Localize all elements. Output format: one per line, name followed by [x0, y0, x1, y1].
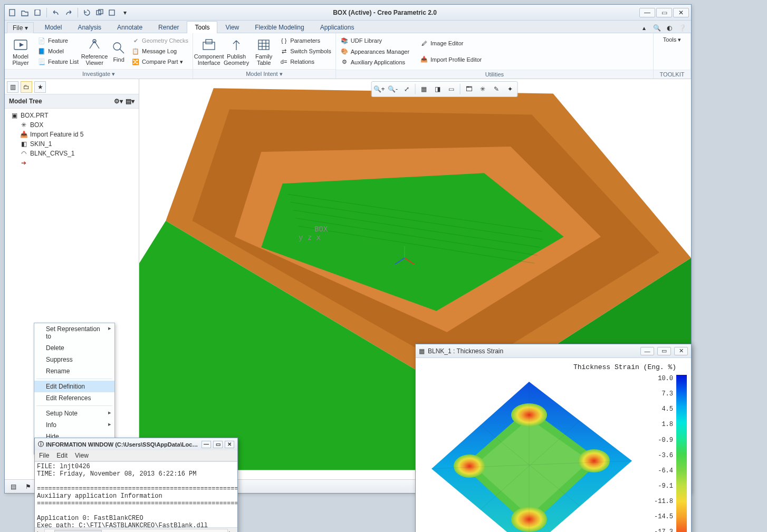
context-item-rename[interactable]: Rename	[34, 365, 114, 377]
strain-maximize[interactable]: ▭	[657, 347, 671, 355]
tree-item-import-feature[interactable]: 📥Import Feature id 5	[9, 130, 137, 139]
context-item-set-representation-to[interactable]: Set Representation to	[34, 323, 114, 342]
svg-marker-7	[20, 43, 24, 47]
relations-button[interactable]: d=Relations	[277, 56, 333, 67]
family-table-button[interactable]: Family Table	[250, 35, 277, 67]
spin-center-icon[interactable]: ✦	[504, 83, 516, 95]
title-bar: ▾ BOX (Active) - Creo Parametric 2.0 — ▭…	[5, 5, 691, 21]
search-command-icon[interactable]: 🔍	[652, 23, 661, 33]
find-button[interactable]: Find	[108, 35, 129, 67]
tree-show-icon[interactable]: ▤▾	[125, 96, 135, 106]
message-area-icon[interactable]: ▤	[8, 481, 18, 492]
info-menu-view[interactable]: View	[75, 452, 89, 459]
context-item-setup-note[interactable]: Setup Note	[34, 408, 114, 419]
undo-icon[interactable]	[51, 7, 61, 18]
nav-tab-folder-icon[interactable]: 🗀	[21, 81, 32, 93]
info-window-hscroll[interactable]: ◂ ▸	[35, 527, 237, 532]
context-item-edit-references[interactable]: Edit References	[34, 392, 114, 404]
thickness-strain-dialog: ▦ BLNK_1 : Thickness Strain — ▭ ✕ Thickn…	[415, 344, 692, 532]
window-controls: — ▭ ✕	[639, 8, 689, 17]
model-player-button[interactable]: Model Player	[7, 35, 34, 67]
open-icon[interactable]	[20, 7, 30, 18]
parameters-button[interactable]: { }Parameters	[277, 35, 333, 46]
legend-tick: -17.3	[641, 528, 673, 532]
tab-flexible-modeling[interactable]: Flexible Modeling	[247, 21, 312, 33]
auxiliary-apps-button[interactable]: ⚙Auxiliary Applications	[338, 57, 411, 67]
toolkit-tools-button[interactable]: Tools ▾	[661, 35, 684, 44]
zoom-out-icon[interactable]: 🔍-	[387, 83, 399, 95]
context-item-info[interactable]: Info	[34, 419, 114, 431]
import-profile-editor-button[interactable]: 📥Import Profile Editor	[418, 54, 484, 65]
tab-render[interactable]: Render	[150, 21, 187, 33]
zoom-fit-icon[interactable]: ⤢	[400, 83, 413, 95]
reference-viewer-button[interactable]: Reference Viewer	[81, 35, 108, 67]
tab-view[interactable]: View	[217, 21, 247, 33]
nav-tab-favorites-icon[interactable]: ★	[34, 81, 46, 93]
new-icon[interactable]	[7, 7, 17, 18]
component-interface-button[interactable]: Component Interface	[195, 35, 223, 67]
publish-geometry-button[interactable]: Publish Geometry	[223, 35, 250, 67]
learning-icon[interactable]: ◐	[665, 23, 674, 33]
tree-item-csys[interactable]: ✳BOX	[9, 120, 137, 130]
feature-info-button[interactable]: 📄Feature	[35, 35, 81, 46]
context-item-suppress[interactable]: Suppress	[34, 354, 114, 365]
geometry-checks-button[interactable]: ✔Geometry Checks	[129, 35, 190, 46]
redo-icon[interactable]	[63, 7, 74, 18]
notification-icon[interactable]: ⚑	[23, 481, 33, 492]
tab-tools[interactable]: Tools	[187, 21, 217, 33]
repaint-icon[interactable]: ▦	[418, 83, 430, 95]
tab-model[interactable]: Model	[37, 21, 70, 33]
maximize-button[interactable]: ▭	[656, 8, 672, 17]
svg-rect-12	[206, 40, 212, 44]
regenerate-icon[interactable]	[82, 7, 92, 18]
tree-item-skin[interactable]: ◧SKIN_1	[9, 139, 137, 149]
annotation-display-icon[interactable]: ✎	[490, 83, 503, 95]
model-info-button[interactable]: 📘Model	[35, 46, 81, 56]
appearances-manager-button[interactable]: 🎨Appearances Manager	[338, 46, 411, 57]
perspective-icon[interactable]: 🗔	[463, 83, 475, 95]
model-tree-title: Model Tree	[9, 98, 42, 105]
strain-close[interactable]: ✕	[674, 347, 688, 355]
tab-applications[interactable]: Applications	[312, 21, 362, 33]
qat-dropdown-icon[interactable]: ▾	[120, 7, 130, 18]
group-label-model-intent[interactable]: Model Intent ▾	[193, 69, 335, 79]
close-window-icon[interactable]	[107, 7, 118, 18]
udf-library-button[interactable]: 📚UDF Library	[338, 35, 411, 46]
collapse-ribbon-icon[interactable]: ▴	[639, 23, 649, 33]
shading-icon[interactable]: ◨	[432, 83, 444, 95]
info-menu-edit[interactable]: Edit	[56, 452, 68, 459]
tree-item-root[interactable]: ▣BOX.PRT	[9, 111, 137, 120]
image-editor-button[interactable]: 🖉Image Editor	[418, 38, 484, 49]
context-item-edit-definition[interactable]: Edit Definition	[34, 381, 114, 392]
switch-symbols-button[interactable]: ⇄Switch Symbols	[277, 46, 333, 56]
info-window-title: INFORMATION WINDOW (C:\Users\SSQ\AppData…	[46, 441, 199, 448]
info-window-minimize[interactable]: —	[202, 441, 211, 448]
strain-minimize[interactable]: —	[640, 347, 654, 355]
group-label-investigate[interactable]: Investigate ▾	[5, 69, 193, 79]
context-item-delete[interactable]: Delete	[34, 342, 114, 354]
windows-icon[interactable]	[94, 7, 105, 18]
saved-views-icon[interactable]: ▭	[445, 83, 458, 95]
file-menu[interactable]: File ▾	[7, 22, 34, 33]
nav-tab-tree-icon[interactable]: ▥	[7, 81, 18, 93]
info-window-maximize[interactable]: ▭	[213, 441, 223, 448]
minimize-button[interactable]: —	[639, 8, 655, 17]
strain-colorbar	[676, 375, 687, 532]
datum-display-icon[interactable]: ✳	[476, 83, 489, 95]
close-button[interactable]: ✕	[673, 8, 689, 17]
tree-item-blank-curves[interactable]: ◠BLNK_CRVS_1	[9, 149, 137, 158]
tab-analysis[interactable]: Analysis	[70, 21, 109, 33]
tree-item-insert-here[interactable]: ➔	[9, 158, 137, 168]
info-window-body[interactable]: FILE: lnjt0426 TIME: Friday, November 08…	[35, 461, 237, 527]
message-log-button[interactable]: 📋Message Log	[129, 46, 190, 56]
zoom-in-icon[interactable]: 🔍+	[373, 83, 386, 95]
info-menu-file[interactable]: File	[39, 452, 49, 459]
tree-settings-icon[interactable]: ⚙▾	[113, 96, 123, 106]
save-icon[interactable]	[32, 7, 43, 18]
feature-list-button[interactable]: 📃Feature List	[35, 56, 81, 67]
tab-annotate[interactable]: Annotate	[109, 21, 150, 33]
help-icon[interactable]: ❔	[677, 23, 687, 33]
info-window-close[interactable]: ✕	[225, 441, 234, 448]
ribbon: Model Player 📄Feature 📘Model 📃Feature Li…	[5, 33, 691, 79]
compare-part-button[interactable]: 🔀Compare Part ▾	[129, 56, 190, 67]
